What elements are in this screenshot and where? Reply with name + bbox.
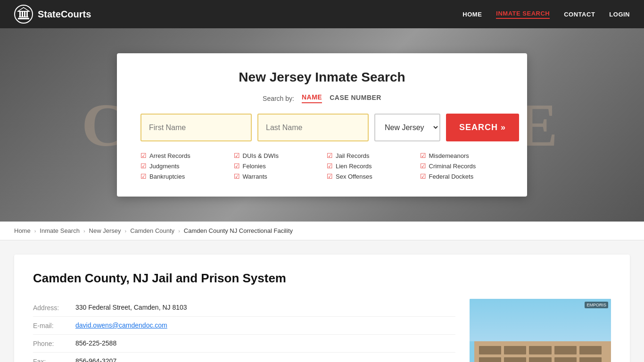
breadcrumb-home[interactable]: Home xyxy=(14,227,31,234)
building-graphic xyxy=(474,341,606,362)
checklist-label: Felonies xyxy=(243,163,266,170)
checklist-item: ☑Bankruptcies xyxy=(140,173,224,180)
info-row: Phone:856-225-2588 xyxy=(33,335,455,353)
checklist-label: DUIs & DWIs xyxy=(243,152,279,159)
svg-rect-5 xyxy=(24,11,25,16)
building-windows xyxy=(474,341,606,362)
checklist-label: Misdemeanors xyxy=(429,152,469,159)
content-area: Camden County, NJ Jail and Prison System… xyxy=(0,240,644,362)
check-icon: ☑ xyxy=(420,162,426,170)
breadcrumb-camden-county[interactable]: Camden County xyxy=(130,227,174,234)
search-button[interactable]: SEARCH » xyxy=(446,114,519,141)
svg-rect-3 xyxy=(19,11,21,16)
checklist-label: Jail Records xyxy=(336,152,370,159)
checklist-item: ☑Misdemeanors xyxy=(420,152,504,159)
check-icon: ☑ xyxy=(234,162,240,170)
check-icon: ☑ xyxy=(327,173,333,180)
checklist-item: ☑Sex Offenses xyxy=(327,173,411,180)
checklist-item: ☑Criminal Records xyxy=(420,162,504,170)
info-value: 330 Federal Street, Camden, NJ 8103 xyxy=(75,304,187,311)
checklist-label: Lien Records xyxy=(336,163,372,170)
hero-section: COURTHOUSE New Jersey Inmate Search Sear… xyxy=(0,28,644,222)
facility-image: EMPORIS xyxy=(470,299,611,362)
svg-rect-2 xyxy=(19,16,28,17)
info-section: Address:330 Federal Street, Camden, NJ 8… xyxy=(33,299,455,362)
svg-rect-8 xyxy=(18,11,29,12)
logo-icon xyxy=(14,5,33,24)
tab-name[interactable]: NAME xyxy=(302,93,322,103)
checklist-item: ☑Judgments xyxy=(140,162,224,170)
checklist-label: Arrest Records xyxy=(149,152,190,159)
checklist-item: ☑Arrest Records xyxy=(140,152,224,159)
checklist-item: ☑Federal Dockets xyxy=(420,173,504,180)
svg-rect-4 xyxy=(22,11,23,16)
info-label: E-mail: xyxy=(33,321,75,329)
tab-case-number[interactable]: CASE NUMBER xyxy=(330,94,381,103)
state-select[interactable]: New Jersey xyxy=(374,114,440,141)
main-nav: HOME INMATE SEARCH CONTACT LOGIN xyxy=(462,10,630,19)
info-row: Address:330 Federal Street, Camden, NJ 8… xyxy=(33,299,455,317)
info-row: Fax:856-964-3207 xyxy=(33,353,455,362)
checklist-label: Warrants xyxy=(243,173,267,180)
info-label: Fax: xyxy=(33,357,75,362)
info-value: 856-964-3207 xyxy=(75,357,116,362)
first-name-input[interactable] xyxy=(140,114,252,141)
breadcrumb-sep-2: › xyxy=(83,228,85,234)
checklist-label: Bankruptcies xyxy=(149,173,185,180)
logo-text: StateCourts xyxy=(38,9,91,20)
check-icon: ☑ xyxy=(140,173,147,180)
check-icon: ☑ xyxy=(327,162,333,170)
breadcrumb-sep-4: › xyxy=(178,228,180,234)
search-card: New Jersey Inmate Search Search by: NAME… xyxy=(117,53,527,197)
content-layout: Address:330 Federal Street, Camden, NJ 8… xyxy=(33,299,611,362)
search-by-row: Search by: NAME CASE NUMBER xyxy=(140,93,504,103)
site-header: StateCourts HOME INMATE SEARCH CONTACT L… xyxy=(0,0,644,28)
search-inputs-row: New Jersey SEARCH » xyxy=(140,114,504,141)
checklist-label: Sex Offenses xyxy=(336,173,372,180)
breadcrumb-current: Camden County NJ Correctional Facility xyxy=(184,227,293,234)
breadcrumb-new-jersey[interactable]: New Jersey xyxy=(89,227,121,234)
check-icon: ☑ xyxy=(234,152,240,159)
checklist-item: ☑Warrants xyxy=(234,173,318,180)
search-by-label: Search by: xyxy=(263,95,294,102)
info-label: Address: xyxy=(33,304,75,312)
check-icon: ☑ xyxy=(327,152,333,159)
check-icon: ☑ xyxy=(234,173,240,180)
breadcrumb-inmate-search[interactable]: Inmate Search xyxy=(40,227,80,234)
breadcrumb-sep-3: › xyxy=(125,228,127,234)
nav-login[interactable]: LOGIN xyxy=(609,11,630,18)
check-icon: ☑ xyxy=(420,152,426,159)
check-icon: ☑ xyxy=(420,173,426,180)
info-row: E-mail:david.owens@camdendoc.com xyxy=(33,317,455,335)
checklist-grid: ☑Arrest Records☑DUIs & DWIs☑Jail Records… xyxy=(140,152,504,180)
checklist-item: ☑Felonies xyxy=(234,162,318,170)
checklist-item: ☑DUIs & DWIs xyxy=(234,152,318,159)
search-title: New Jersey Inmate Search xyxy=(140,70,504,85)
breadcrumb: Home › Inmate Search › New Jersey › Camd… xyxy=(0,222,644,240)
logo[interactable]: StateCourts xyxy=(14,5,91,24)
svg-rect-1 xyxy=(18,18,29,19)
checklist-label: Judgments xyxy=(149,163,180,170)
checklist-label: Federal Dockets xyxy=(429,173,474,180)
nav-contact[interactable]: CONTACT xyxy=(564,11,595,18)
info-value[interactable]: david.owens@camdendoc.com xyxy=(75,321,167,329)
checklist-item: ☑Lien Records xyxy=(327,162,411,170)
content-card: Camden County, NJ Jail and Prison System… xyxy=(14,255,630,362)
breadcrumb-sep-1: › xyxy=(34,228,36,234)
svg-marker-7 xyxy=(18,8,29,11)
svg-rect-6 xyxy=(26,11,28,16)
info-label: Phone: xyxy=(33,339,75,347)
check-icon: ☑ xyxy=(140,152,147,159)
nav-home[interactable]: HOME xyxy=(462,11,482,18)
facility-title: Camden County, NJ Jail and Prison System xyxy=(33,271,611,286)
checklist-item: ☑Jail Records xyxy=(327,152,411,159)
checklist-label: Criminal Records xyxy=(429,163,476,170)
check-icon: ☑ xyxy=(140,162,147,170)
info-value: 856-225-2588 xyxy=(75,339,116,347)
emporis-badge: EMPORIS xyxy=(585,302,608,308)
last-name-input[interactable] xyxy=(257,114,369,141)
nav-inmate-search[interactable]: INMATE SEARCH xyxy=(496,10,550,19)
